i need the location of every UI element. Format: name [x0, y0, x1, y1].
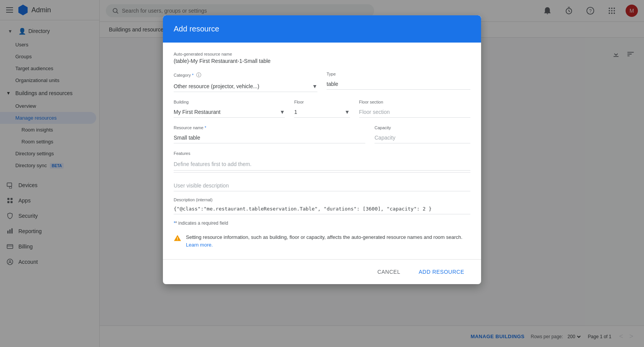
category-required-star: *	[192, 73, 194, 77]
chevron-down-icon: ▼	[312, 83, 317, 89]
desc-internal-label: Description (internal)	[174, 197, 470, 202]
resource-name-row: Resource name * Capacity	[174, 125, 470, 143]
features-label: Features	[174, 151, 470, 156]
modal-header: Add resource	[163, 15, 481, 43]
add-resource-button[interactable]: ADD RESOURCE	[412, 266, 470, 278]
chevron-down-icon: ▼	[345, 109, 350, 115]
category-group: Category * ⓘ Other resource (projector, …	[174, 72, 317, 92]
resource-name-input[interactable]	[174, 132, 365, 143]
type-input[interactable]	[327, 79, 470, 90]
building-label: Building	[174, 100, 285, 104]
floor-select[interactable]: 1 ▼	[294, 107, 350, 118]
resource-name-required-star: *	[205, 125, 206, 130]
warning-text: Setting resource information, such as bu…	[186, 234, 470, 248]
auto-name-value: (table)-My First Restaurant-1-Small tabl…	[174, 58, 470, 64]
category-help-icon: ⓘ	[196, 72, 201, 78]
type-label: Type	[327, 72, 470, 76]
floor-section-input[interactable]	[359, 107, 470, 118]
floor-section-group: Floor section	[359, 100, 470, 118]
features-group: Features Define features first to add th…	[174, 151, 470, 173]
user-desc-group	[174, 180, 470, 191]
learn-more-link[interactable]: Learn more.	[186, 242, 213, 248]
chevron-down-icon: ▼	[280, 109, 285, 115]
capacity-label: Capacity	[375, 125, 470, 130]
resource-name-group: Resource name *	[174, 125, 365, 143]
resource-name-label: Resource name *	[174, 125, 365, 130]
modal-title: Add resource	[174, 25, 470, 33]
user-visible-desc-input[interactable]	[174, 180, 470, 191]
floor-label: Floor	[294, 100, 350, 104]
floor-section-label: Floor section	[359, 100, 470, 104]
modal-body: Auto-generated resource name (table)-My …	[163, 43, 481, 259]
capacity-input[interactable]	[375, 132, 470, 143]
warning-icon	[174, 234, 181, 242]
required-note: * * indicates a required field	[174, 220, 470, 226]
capacity-group: Capacity	[375, 125, 470, 143]
type-group: Type	[327, 72, 470, 92]
cancel-button[interactable]: CANCEL	[371, 266, 406, 278]
modal-overlay: Add resource Auto-generated resource nam…	[0, 0, 644, 347]
features-placeholder: Define features first to add them.	[174, 158, 470, 171]
building-group: Building My First Restaurant ▼	[174, 100, 285, 118]
building-select[interactable]: My First Restaurant ▼	[174, 107, 285, 118]
modal-footer: CANCEL ADD RESOURCE	[163, 259, 481, 284]
floor-group: Floor 1 ▼	[294, 100, 350, 118]
add-resource-modal: Add resource Auto-generated resource nam…	[163, 15, 481, 284]
building-floor-row: Building My First Restaurant ▼ Floor 1 ▼…	[174, 100, 470, 118]
auto-name-label: Auto-generated resource name	[174, 52, 470, 56]
category-label: Category * ⓘ	[174, 72, 317, 79]
warning-box: Setting resource information, such as bu…	[174, 232, 470, 250]
category-select[interactable]: Other resource (projector, vehicle...) ▼	[174, 81, 317, 92]
desc-internal-value: {"@class":"me.restaurant.tableReservatio…	[174, 204, 470, 214]
category-type-row: Category * ⓘ Other resource (projector, …	[174, 72, 470, 92]
